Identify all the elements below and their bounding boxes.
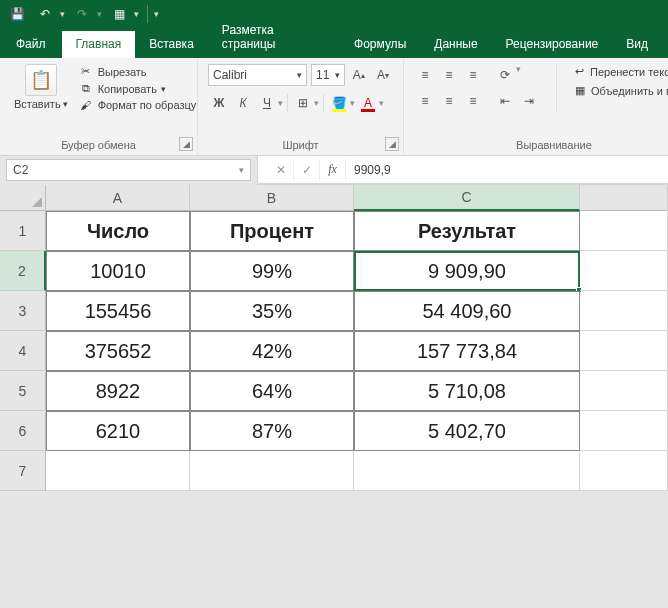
cell-A5[interactable]: 8922 — [46, 371, 190, 411]
tab-formulas[interactable]: Формулы — [340, 31, 420, 58]
tab-view[interactable]: Вид — [612, 31, 662, 58]
align-left-icon[interactable]: ≡ — [414, 90, 436, 112]
column-header-B[interactable]: B — [190, 185, 354, 211]
row-header[interactable]: 7 — [0, 451, 46, 491]
copy-button[interactable]: ⧉Копировать ▾ — [76, 81, 199, 96]
cell-C7[interactable] — [354, 451, 580, 491]
cell-A7[interactable] — [46, 451, 190, 491]
cell-A3[interactable]: 155456 — [46, 291, 190, 331]
cut-button[interactable]: ✂Вырезать — [76, 64, 199, 79]
name-box[interactable]: C2 ▾ — [6, 159, 251, 181]
cell-B4[interactable]: 42% — [190, 331, 354, 371]
paste-button[interactable]: Вставить▾ — [10, 64, 72, 112]
cell-C6[interactable]: 5 402,70 — [354, 411, 580, 451]
column-header-C[interactable]: C — [354, 185, 580, 211]
undo-dropdown-icon[interactable]: ▾ — [60, 9, 65, 19]
group-label-alignment: Выравнивание — [414, 139, 668, 153]
cell-D5[interactable] — [580, 371, 668, 411]
undo-icon[interactable]: ↶ — [34, 3, 56, 25]
align-top-icon[interactable]: ≡ — [414, 64, 436, 86]
row-header[interactable]: 3 — [0, 291, 46, 331]
cell-A6[interactable]: 6210 — [46, 411, 190, 451]
touch-dropdown-icon[interactable]: ▾ — [134, 9, 139, 19]
formula-input[interactable]: 9909,9 — [346, 163, 668, 177]
align-middle-icon[interactable]: ≡ — [438, 64, 460, 86]
touch-mode-icon[interactable]: ▦ — [108, 3, 130, 25]
accept-formula-icon[interactable]: ✓ — [294, 159, 320, 181]
cell-D7[interactable] — [580, 451, 668, 491]
underline-button[interactable]: Ч — [256, 92, 278, 114]
select-all-corner[interactable] — [0, 185, 46, 211]
align-center-icon[interactable]: ≡ — [438, 90, 460, 112]
cell-D2[interactable] — [580, 251, 668, 291]
row-header[interactable]: 4 — [0, 331, 46, 371]
chevron-down-icon[interactable]: ▾ — [379, 98, 384, 108]
cell-D1[interactable] — [580, 211, 668, 251]
formula-bar-area: C2 ▾ ✕ ✓ fх 9909,9 — [0, 156, 668, 185]
tab-insert[interactable]: Вставка — [135, 31, 208, 58]
ribbon-tabs: Файл Главная Вставка Разметка страницы Ф… — [0, 28, 668, 58]
orientation-icon[interactable]: ⟳ — [494, 64, 516, 86]
cell-C3[interactable]: 54 409,60 — [354, 291, 580, 331]
cell-A1[interactable]: Число — [46, 211, 190, 251]
cell-C5[interactable]: 5 710,08 — [354, 371, 580, 411]
group-clipboard: Вставить▾ ✂Вырезать ⧉Копировать ▾ 🖌Форма… — [0, 58, 198, 155]
column-header-A[interactable]: A — [46, 185, 190, 211]
format-painter-button[interactable]: 🖌Формат по образцу — [76, 98, 199, 112]
cell-B1[interactable]: Процент — [190, 211, 354, 251]
column-header-D[interactable] — [580, 185, 668, 211]
increase-indent-icon[interactable]: ⇥ — [518, 90, 540, 112]
font-name-combo[interactable]: Calibri▾ — [208, 64, 307, 86]
cell-B6[interactable]: 87% — [190, 411, 354, 451]
chevron-down-icon: ▾ — [239, 165, 244, 175]
chevron-down-icon[interactable]: ▾ — [516, 64, 521, 86]
chevron-down-icon[interactable]: ▾ — [278, 98, 283, 108]
redo-icon[interactable]: ↷ — [71, 3, 93, 25]
row-header[interactable]: 5 — [0, 371, 46, 411]
cell-A4[interactable]: 375652 — [46, 331, 190, 371]
merge-cells-button[interactable]: ▦Объединить и поме — [573, 83, 668, 98]
wrap-text-icon: ↩ — [575, 65, 584, 78]
cell-B5[interactable]: 64% — [190, 371, 354, 411]
font-dialog-launcher[interactable]: ◢ — [385, 137, 399, 151]
italic-button[interactable]: К — [232, 92, 254, 114]
insert-function-icon[interactable]: fх — [320, 159, 346, 181]
chevron-down-icon[interactable]: ▾ — [350, 98, 355, 108]
font-color-button[interactable]: А — [357, 92, 379, 114]
decrease-font-icon[interactable]: A▾ — [373, 64, 393, 86]
wrap-text-button[interactable]: ↩Перенести текст — [573, 64, 668, 79]
cell-C2[interactable]: 9 909,90 — [354, 251, 580, 291]
align-right-icon[interactable]: ≡ — [462, 90, 484, 112]
increase-font-icon[interactable]: A▴ — [349, 64, 369, 86]
borders-button[interactable]: ⊞ — [292, 92, 314, 114]
chevron-down-icon[interactable]: ▾ — [314, 98, 319, 108]
cell-D3[interactable] — [580, 291, 668, 331]
align-bottom-icon[interactable]: ≡ — [462, 64, 484, 86]
tab-review[interactable]: Рецензирование — [492, 31, 613, 58]
tab-home[interactable]: Главная — [62, 31, 136, 58]
cancel-formula-icon[interactable]: ✕ — [268, 159, 294, 181]
tab-data[interactable]: Данные — [420, 31, 491, 58]
cell-C1[interactable]: Результат — [354, 211, 580, 251]
save-icon[interactable]: 💾 — [6, 3, 28, 25]
cell-B7[interactable] — [190, 451, 354, 491]
brush-icon: 🖌 — [78, 99, 94, 111]
row-header[interactable]: 2 — [0, 251, 46, 291]
font-size-combo[interactable]: 11▾ — [311, 64, 345, 86]
cell-D4[interactable] — [580, 331, 668, 371]
fill-color-button[interactable]: 🪣 — [328, 92, 350, 114]
clipboard-dialog-launcher[interactable]: ◢ — [179, 137, 193, 151]
row-header[interactable]: 6 — [0, 411, 46, 451]
cell-C4[interactable]: 157 773,84 — [354, 331, 580, 371]
bold-button[interactable]: Ж — [208, 92, 230, 114]
redo-dropdown-icon[interactable]: ▾ — [97, 9, 102, 19]
row-header[interactable]: 1 — [0, 211, 46, 251]
cell-D6[interactable] — [580, 411, 668, 451]
cell-A2[interactable]: 10010 — [46, 251, 190, 291]
cell-B3[interactable]: 35% — [190, 291, 354, 331]
cell-B2[interactable]: 99% — [190, 251, 354, 291]
qat-customize-icon[interactable]: ▾ — [154, 9, 159, 19]
decrease-indent-icon[interactable]: ⇤ — [494, 90, 516, 112]
tab-page-layout[interactable]: Разметка страницы — [208, 17, 340, 58]
tab-file[interactable]: Файл — [6, 31, 62, 58]
